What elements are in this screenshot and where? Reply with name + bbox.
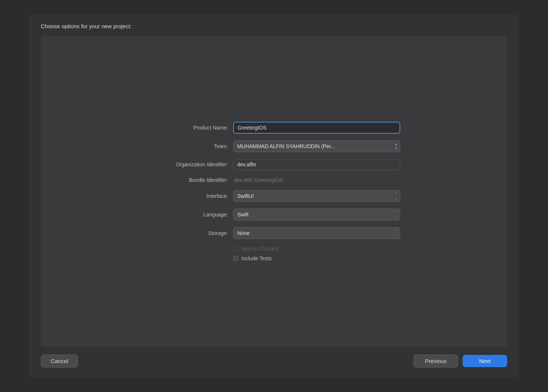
product-name-label: Product Name: (148, 125, 233, 131)
include-tests-checkbox[interactable] (233, 256, 238, 261)
language-control: Swift Objective-C (233, 209, 400, 220)
cloudkit-checkbox-disabled (233, 246, 238, 251)
interface-control: SwiftUI Storyboard (233, 190, 400, 202)
bundle-identifier-row: Bundle Identifier: dev.alfin.GreetingIOS (148, 177, 400, 183)
org-identifier-label: Organization Identifier: (148, 161, 233, 167)
new-project-dialog: Choose options for your new project: Pro… (29, 14, 519, 378)
dialog-footer: Cancel Previous Next (29, 347, 519, 378)
storage-row: Storage: None Core Data SwiftData (148, 227, 400, 239)
team-label: Team: (148, 143, 233, 149)
team-select[interactable]: MUHAMMAD ALFIN SYAHRUDDIN (Per... (233, 140, 400, 152)
interface-row: Interface: SwiftUI Storyboard (148, 190, 400, 202)
language-select[interactable]: Swift Objective-C (233, 209, 400, 220)
cancel-button[interactable]: Cancel (41, 355, 78, 368)
product-name-control (233, 122, 400, 134)
org-identifier-control (233, 159, 400, 170)
bundle-identifier-label: Bundle Identifier: (148, 177, 233, 183)
product-name-input[interactable] (233, 122, 400, 134)
form-container: Product Name: Team: MUHAMMAD ALFIN SYAHR… (148, 107, 400, 276)
product-name-row: Product Name: (148, 122, 400, 134)
interface-label: Interface: (148, 193, 233, 199)
storage-select[interactable]: None Core Data SwiftData (233, 227, 400, 239)
storage-label: Storage: (148, 230, 233, 236)
footer-right: Previous Next (414, 355, 507, 368)
dialog-header: Choose options for your new project: (29, 14, 519, 36)
team-control: MUHAMMAD ALFIN SYAHRUDDIN (Per... ▲ ▼ (233, 140, 400, 152)
dialog-content-area: Product Name: Team: MUHAMMAD ALFIN SYAHR… (41, 36, 507, 347)
bundle-identifier-value: dev.alfin.GreetingIOS (233, 175, 284, 185)
dialog-title: Choose options for your new project: (41, 23, 131, 29)
bundle-identifier-control: dev.alfin.GreetingIOS (233, 177, 400, 183)
include-tests-row: Include Tests (233, 255, 278, 261)
interface-select[interactable]: SwiftUI Storyboard (233, 190, 400, 202)
previous-button[interactable]: Previous (414, 355, 458, 368)
include-tests-label[interactable]: Include Tests (241, 255, 271, 261)
checkboxes-row: Host in CloudKit Include Tests (233, 246, 400, 261)
footer-left: Cancel (41, 355, 78, 368)
cloudkit-row: Host in CloudKit (233, 246, 278, 252)
language-label: Language: (148, 212, 233, 218)
team-row: Team: MUHAMMAD ALFIN SYAHRUDDIN (Per... … (148, 140, 400, 152)
language-row: Language: Swift Objective-C (148, 209, 400, 220)
org-identifier-input[interactable] (233, 159, 400, 170)
next-button[interactable]: Next (463, 355, 507, 367)
org-identifier-row: Organization Identifier: (148, 159, 400, 170)
checkboxes-area: Host in CloudKit Include Tests (233, 246, 278, 261)
storage-control: None Core Data SwiftData (233, 227, 400, 239)
cloudkit-label: Host in CloudKit (241, 246, 278, 252)
